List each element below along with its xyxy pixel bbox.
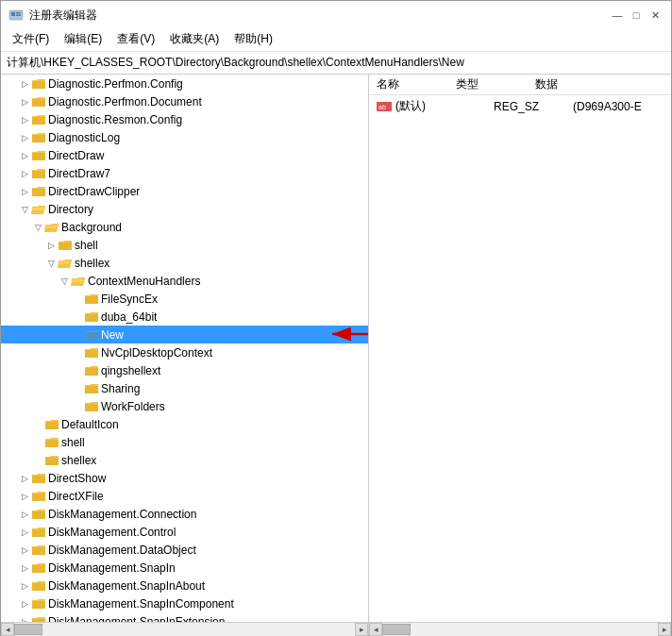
tree-item-directdraw7[interactable]: ▷ DirectDraw7 <box>1 164 368 182</box>
expand-placeholder <box>71 364 84 377</box>
maximize-button[interactable]: □ <box>628 7 645 24</box>
expand-icon[interactable]: ▷ <box>18 149 31 162</box>
close-button[interactable]: ✕ <box>647 7 664 24</box>
folder-icon <box>31 508 46 521</box>
tree-item-shellex[interactable]: ▽ shellex <box>1 254 368 272</box>
scroll-right-btn2[interactable]: ▸ <box>658 623 671 636</box>
tree-item-nvcpldesktopcontext[interactable]: NvCplDesktopContext <box>1 343 368 361</box>
tree-item-background[interactable]: ▽ Background <box>1 218 368 236</box>
tree-item-directory[interactable]: ▽ Directory <box>1 200 368 218</box>
scroll-thumb2 <box>382 624 411 635</box>
scroll-left-btn[interactable]: ◂ <box>1 623 14 636</box>
tree-item-directshow[interactable]: ▷ DirectShow <box>1 469 368 487</box>
tree-item-new[interactable]: New <box>1 326 368 343</box>
item-label: NvCplDesktopContext <box>101 346 212 360</box>
tree-item-filesyncex[interactable]: FileSyncEx <box>1 290 368 308</box>
expand-icon[interactable]: ▷ <box>18 490 31 503</box>
expand-icon[interactable]: ▷ <box>18 544 31 557</box>
bottom-scrollbar-area: ◂ ▸ ◂ ▸ <box>1 622 671 635</box>
tree-item-contextmenuhandlers[interactable]: ▽ ContextMenuHandlers <box>1 272 368 290</box>
tree-item-diagnostic-perfmon-document[interactable]: ▷ Diagnostic.Perfmon.Document <box>1 92 368 110</box>
expand-icon[interactable]: ▽ <box>44 257 58 270</box>
tree-item-diagnostic-resmon-config[interactable]: ▷ Diagnostic.Resmon.Config <box>1 110 368 128</box>
tree-item-diskmanagement-snapinextension[interactable]: ▷ DiskManagement.SnapInExtension <box>1 612 368 622</box>
tree-item-diskmanagement-snapinabout[interactable]: ▷ DiskManagement.SnapInAbout <box>1 577 368 594</box>
scroll-left-btn2[interactable]: ◂ <box>369 623 382 636</box>
folder-icon <box>31 579 46 593</box>
tree-item-shell[interactable]: ▷ shell <box>1 236 368 254</box>
tree-item-duba-64bit[interactable]: duba_64bit <box>1 308 368 326</box>
expand-icon[interactable]: ▷ <box>18 579 31 593</box>
tree-scrollbar[interactable]: ◂ ▸ <box>1 623 369 635</box>
scroll-track[interactable] <box>14 623 355 636</box>
tree-item-qingshellext[interactable]: qingshellext <box>1 361 368 379</box>
expand-icon[interactable]: ▷ <box>18 508 31 521</box>
address-value: 计算机\HKEY_CLASSES_ROOT\Directory\Backgrou… <box>7 55 665 71</box>
expand-icon[interactable]: ▷ <box>18 561 31 575</box>
tree-item-sharing[interactable]: Sharing <box>1 379 368 397</box>
expand-icon[interactable]: ▷ <box>44 239 58 252</box>
tree-item-dir-shellex[interactable]: shellex <box>1 451 368 469</box>
tree-panel[interactable]: ▷ Diagnostic.Perfmon.Config ▷ Diagnostic… <box>1 75 369 622</box>
item-label: DiskManagement.Connection <box>48 508 196 521</box>
expand-icon[interactable]: ▷ <box>18 597 31 611</box>
item-label: duba_64bit <box>101 310 157 324</box>
folder-icon <box>31 95 46 109</box>
minimize-button[interactable]: — <box>609 7 626 24</box>
tree-item-diskmanagement-connection[interactable]: ▷ DiskManagement.Connection <box>1 505 368 523</box>
reg-name: (默认) <box>395 98 490 114</box>
tree-item-directdraw[interactable]: ▷ DirectDraw <box>1 146 368 164</box>
tree-item-defaulticon[interactable]: DefaultIcon <box>1 415 368 433</box>
item-label: DiskManagement.DataObject <box>48 544 196 557</box>
item-label: shell <box>75 239 98 252</box>
tree-item-diagnostic-perfmon-config[interactable]: ▷ Diagnostic.Perfmon.Config <box>1 75 368 92</box>
reg-row[interactable]: ab (默认) REG_SZ (D969A300-E <box>369 97 671 115</box>
expand-icon[interactable]: ▷ <box>18 77 31 91</box>
menu-edit[interactable]: 编辑(E) <box>57 29 109 49</box>
menu-favorites[interactable]: 收藏夹(A) <box>162 29 227 49</box>
right-scrollbar[interactable]: ◂ ▸ <box>369 623 671 635</box>
expand-icon[interactable]: ▷ <box>18 95 31 109</box>
folder-icon <box>44 418 59 431</box>
expand-icon[interactable]: ▽ <box>31 221 44 234</box>
expand-placeholder <box>31 454 44 467</box>
tree-item-directdrawclipper[interactable]: ▷ DirectDrawClipper <box>1 182 368 200</box>
folder-icon <box>58 239 73 252</box>
item-label: FileSyncEx <box>101 293 158 306</box>
tree-item-diskmanagement-control[interactable]: ▷ DiskManagement.Control <box>1 523 368 541</box>
expand-icon[interactable]: ▽ <box>18 203 31 216</box>
expand-icon[interactable]: ▷ <box>18 615 31 623</box>
menu-file[interactable]: 文件(F) <box>5 29 57 49</box>
item-label: Diagnostic.Resmon.Config <box>48 113 182 126</box>
item-label: DiagnosticLog <box>48 131 120 144</box>
expand-icon[interactable]: ▷ <box>18 113 31 126</box>
folder-icon <box>84 293 99 306</box>
item-label: shellex <box>75 257 109 270</box>
tree-item-diskmanagement-snapin[interactable]: ▷ DiskManagement.SnapIn <box>1 559 368 577</box>
right-panel: 名称 类型 数据 ab (默认) REG_SZ (D969A300-E <box>369 75 671 622</box>
title-bar-left: 注册表编辑器 <box>8 8 97 24</box>
expand-placeholder <box>31 418 44 431</box>
tree-item-diskmanagement-snapincomponent[interactable]: ▷ DiskManagement.SnapInComponent <box>1 594 368 612</box>
expand-placeholder <box>71 346 84 360</box>
menu-help[interactable]: 帮助(H) <box>227 29 280 49</box>
expand-icon[interactable]: ▷ <box>18 472 31 485</box>
expand-icon[interactable]: ▽ <box>58 275 71 288</box>
expand-icon[interactable]: ▷ <box>18 131 31 144</box>
folder-icon <box>31 544 46 557</box>
item-label: DiskManagement.SnapInAbout <box>48 579 205 593</box>
scroll-track2[interactable] <box>382 623 658 636</box>
tree-item-dir-shell[interactable]: shell <box>1 433 368 451</box>
item-label: DirectDraw <box>48 149 104 162</box>
scroll-right-btn[interactable]: ▸ <box>355 623 368 636</box>
window-title: 注册表编辑器 <box>29 8 97 24</box>
expand-icon[interactable]: ▷ <box>18 526 31 539</box>
expand-icon[interactable]: ▷ <box>18 185 31 198</box>
tree-item-workfolders[interactable]: WorkFolders <box>1 397 368 415</box>
tree-item-diskmanagement-dataobject[interactable]: ▷ DiskManagement.DataObject <box>1 541 368 559</box>
right-body[interactable]: ab (默认) REG_SZ (D969A300-E <box>369 95 671 622</box>
expand-icon[interactable]: ▷ <box>18 167 31 180</box>
tree-item-diagnosticlog[interactable]: ▷ DiagnosticLog <box>1 128 368 146</box>
menu-view[interactable]: 查看(V) <box>109 29 162 49</box>
tree-item-directxfile[interactable]: ▷ DirectXFile <box>1 487 368 505</box>
